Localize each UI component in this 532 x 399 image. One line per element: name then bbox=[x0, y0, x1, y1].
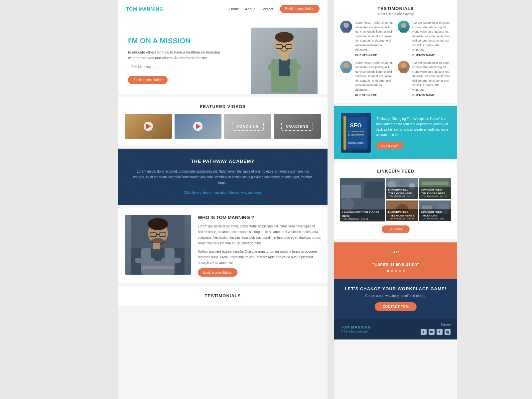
social-twitter[interactable]: t bbox=[421, 329, 427, 335]
testimonials-left-title: TESTIMONIALS bbox=[125, 293, 321, 298]
dot-3[interactable] bbox=[395, 270, 397, 272]
videos-grid: COACHING COACHING bbox=[125, 114, 321, 139]
testimonial-item-3: "Lorem ipsum dolor sit amet, consectetur… bbox=[340, 61, 394, 97]
testimonial-name-1: CLIENTS NAME bbox=[355, 54, 394, 57]
featured-videos-section: FEATURED VIDEOS COACHING COACHING bbox=[118, 97, 328, 145]
linkedin-feed-title: LINKEDIN FEED bbox=[340, 169, 451, 174]
book-buy-button[interactable]: Buy a copy bbox=[376, 142, 403, 149]
hero-image bbox=[251, 28, 318, 94]
who-is-section: WHO IS TOM MANNING ? Lorem ipsum dolor s… bbox=[118, 208, 328, 283]
linkedin-caption-4: LINKEDIN FEED TITLE GOES HERE 1 TOM MANN… bbox=[386, 209, 418, 221]
navbar: TOM MANNING Home About Contact Book a co… bbox=[118, 0, 328, 18]
hero-headline-prefix: I'M ON A bbox=[128, 37, 160, 45]
person-illustration bbox=[263, 29, 306, 92]
footer-right: Follow t in f ig bbox=[421, 323, 451, 335]
who-cta-button[interactable]: Book a consultation bbox=[198, 268, 237, 277]
testimonial-quote-3: "Lorem ipsum dolor sit amet, consectetur… bbox=[355, 61, 394, 92]
linkedin-item-1[interactable]: LINKEDIN FEED TITLE GOES HERE TOM MANNIN… bbox=[340, 178, 385, 221]
testimonial-text-2: "Lorem ipsum dolor sit amet, consectetur… bbox=[412, 21, 451, 57]
hero-cta-button[interactable]: Book a consultation bbox=[128, 76, 168, 84]
pathway-academy-body: Lorem ipsum dolor sit amet, consectetur … bbox=[131, 169, 314, 186]
nav-about[interactable]: About bbox=[245, 7, 255, 11]
testimonial-quote-4: "Lorem ipsum dolor sit amet, consectetur… bbox=[412, 61, 451, 92]
navbar-cta-button[interactable]: Book a consultation bbox=[280, 5, 320, 13]
video-thumb-2[interactable] bbox=[175, 114, 222, 139]
right-panel: TESTIMONIALS What Clients are Saying! "L… bbox=[334, 0, 457, 399]
who-para1: Lorem ipsum dolor sit amet, consectetur … bbox=[198, 223, 321, 246]
testimonial-item-2: "Lorem ipsum dolor sit amet, consectetur… bbox=[398, 21, 451, 57]
hero-body: to educate others on how to have a healt… bbox=[128, 50, 221, 61]
linkedin-meta-3: TOM MANNING Dec 02 bbox=[421, 195, 449, 198]
hero-headline: I'M ON A MISSION bbox=[128, 37, 251, 45]
cta-subtitle: Create a pathway for yourself and others… bbox=[341, 294, 450, 298]
svg-text:TOM MANNING: TOM MANNING bbox=[348, 142, 364, 144]
linkedin-title-4: LINKEDIN FEED TITLE GOES HERE 1 bbox=[388, 210, 416, 217]
coaching-overlay-3: COACHING bbox=[224, 114, 271, 139]
svg-rect-42 bbox=[364, 182, 384, 198]
linkedin-title-5: LINKEDIN FEED TITLE GOES - bbox=[421, 210, 449, 217]
svg-rect-49 bbox=[422, 182, 449, 185]
linkedin-item-5[interactable]: LINKEDIN FEED TITLE GOES - TOM MANNING D… bbox=[419, 200, 451, 221]
book-content: "Pathway, Changing The Workplace Game" i… bbox=[376, 116, 451, 149]
linkedin-caption-3: LINKEDIN FEED TITLE GOES HERE TOM MANNIN… bbox=[419, 187, 451, 199]
linkedin-feed-section: LINKEDIN FEED LINKEDIN FEED TITLE GOES H… bbox=[334, 163, 457, 239]
book-cover-image: SEO AUSTRALIAN BUSINESSES TOM MANNING bbox=[341, 113, 371, 153]
hero-section: I'M ON A MISSION to educate others on ho… bbox=[118, 18, 328, 94]
dot-1[interactable] bbox=[387, 270, 389, 272]
play-button-2[interactable] bbox=[193, 122, 202, 131]
testimonial-text-4: "Lorem ipsum dolor sit amet, consectetur… bbox=[412, 61, 451, 97]
svg-rect-39 bbox=[343, 116, 346, 150]
brand-name: TOM MANNING bbox=[126, 6, 164, 12]
coaching-overlay-4: COACHING bbox=[274, 114, 321, 139]
linkedin-item-3[interactable]: LINKEDIN FEED TITLE GOES HERE TOM MANNIN… bbox=[419, 178, 451, 199]
coaching-label-3: COACHING bbox=[232, 122, 264, 131]
testimonials-left-section: TESTIMONIALS bbox=[118, 287, 328, 306]
linkedin-item-2[interactable]: LINKEDIN FEED TITLE GOES HERE TOM MANNIN… bbox=[386, 178, 418, 199]
footer: TOM MANNING © All rights reserved Follow… bbox=[334, 319, 457, 339]
svg-point-25 bbox=[342, 28, 350, 33]
linkedin-item-4[interactable]: LINKEDIN FEED TITLE GOES HERE 1 TOM MANN… bbox=[386, 200, 418, 221]
linkedin-meta-4: TOM MANNING Dec 11 bbox=[388, 217, 416, 220]
who-para2: Nullam posuere lacinia fringilla. Quisqu… bbox=[198, 249, 321, 266]
see-more-button[interactable]: See more bbox=[382, 225, 409, 233]
svg-point-30 bbox=[401, 63, 406, 68]
svg-point-1 bbox=[275, 32, 294, 43]
nav-home[interactable]: Home bbox=[229, 7, 239, 11]
quote-mark: “” bbox=[341, 249, 451, 259]
pathway-academy-section: THE PATHWAY ACADEMY Lorem ipsum dolor si… bbox=[118, 149, 328, 205]
testimonial-quote-2: "Lorem ipsum dolor sit amet, consectetur… bbox=[412, 21, 451, 52]
pathway-academy-title: THE PATHWAY ACADEMY bbox=[131, 159, 314, 164]
video-thumb-4[interactable]: COACHING bbox=[274, 114, 321, 139]
testimonial-item-4: "Lorem ipsum dolor sit amet, consectetur… bbox=[398, 61, 451, 97]
book-illustration: SEO AUSTRALIAN BUSINESSES TOM MANNING bbox=[343, 114, 368, 151]
svg-rect-7 bbox=[268, 64, 279, 70]
contact-button[interactable]: CONTACT TOM bbox=[375, 302, 417, 311]
hero-image-placeholder bbox=[251, 28, 318, 94]
svg-rect-6 bbox=[279, 59, 290, 76]
svg-text:AUSTRALIAN: AUSTRALIAN bbox=[348, 130, 364, 133]
left-panel: TOM MANNING Home About Contact Book a co… bbox=[118, 0, 328, 399]
testimonial-text-3: "Lorem ipsum dolor sit amet, consectetur… bbox=[355, 61, 394, 97]
social-facebook[interactable]: f bbox=[437, 329, 443, 335]
svg-point-27 bbox=[400, 28, 408, 33]
linkedin-meta-2: TOM MANNING Dec 05 bbox=[388, 195, 416, 198]
testimonial-name-3: CLIENTS NAME bbox=[355, 93, 394, 97]
social-instagram[interactable]: ig bbox=[445, 329, 451, 335]
footer-left: TOM MANNING © All rights reserved bbox=[341, 325, 371, 333]
play-button-1[interactable] bbox=[144, 122, 153, 131]
video-thumb-1[interactable] bbox=[125, 114, 172, 139]
dot-5[interactable] bbox=[403, 270, 405, 272]
linkedin-caption-2: LINKEDIN FEED TITLE GOES HERE TOM MANNIN… bbox=[386, 187, 418, 199]
dot-4[interactable] bbox=[399, 270, 401, 272]
dot-2[interactable] bbox=[391, 270, 393, 272]
testimonial-avatar-3 bbox=[340, 61, 352, 73]
hero-text: I'M ON A MISSION to educate others on ho… bbox=[128, 37, 251, 94]
svg-rect-21 bbox=[135, 258, 155, 263]
video-thumb-3[interactable]: COACHING bbox=[224, 114, 271, 139]
quote-dots bbox=[341, 270, 451, 272]
nav-contact[interactable]: Contact bbox=[261, 7, 273, 11]
svg-point-46 bbox=[399, 180, 405, 187]
hero-signature: ...Tom Manning bbox=[128, 65, 221, 70]
pathway-academy-link[interactable]: Click here to learn more about the pathw… bbox=[184, 191, 262, 195]
social-linkedin[interactable]: in bbox=[429, 329, 435, 335]
